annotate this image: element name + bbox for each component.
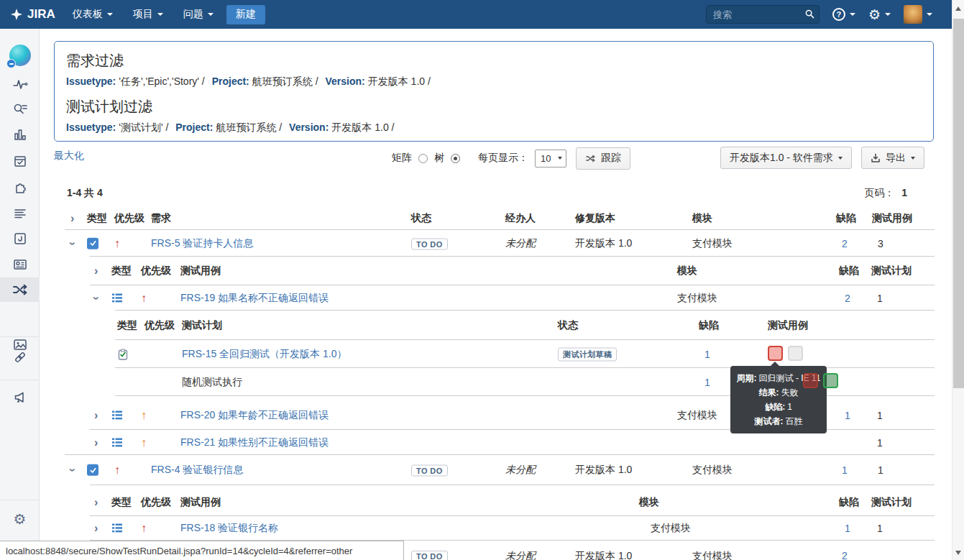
collapse-chevron[interactable]: › xyxy=(70,237,74,250)
defect-count-link[interactable]: 1 xyxy=(704,377,710,388)
search-input[interactable] xyxy=(706,5,820,24)
jira-logo-text: JIRA xyxy=(27,7,55,22)
testrun-failed-square[interactable] xyxy=(803,373,818,388)
version-value: 开发版本 1.0 / xyxy=(368,75,431,87)
sidebar-item-board[interactable] xyxy=(0,226,40,251)
bar-chart-icon xyxy=(12,127,28,143)
track-button[interactable]: 跟踪 xyxy=(576,147,630,170)
priority-highest-icon: ↑ xyxy=(114,237,120,250)
sidebar-item-settings[interactable]: ⚙ xyxy=(0,507,40,531)
testplan-filter-title: 测试计划过滤 xyxy=(66,97,922,116)
sidebar-item-addons[interactable] xyxy=(0,175,40,200)
testcase-row-frs19: › ↑ FRS-19 如果名称不正确返回错误 支付模块 2 1 xyxy=(54,285,935,311)
issue-link-frs21[interactable]: FRS-21 如果性别不正确返回错误 xyxy=(180,436,329,449)
filter-panel: 需求过滤 Issuetype:'任务','Epic','Story' / Pro… xyxy=(54,41,934,142)
col-testplans: 测试计划 xyxy=(871,496,912,509)
help-icon: ? xyxy=(832,8,845,21)
sidebar-item-reports[interactable] xyxy=(0,123,40,147)
scroll-down-arrow-icon[interactable] xyxy=(955,551,961,555)
col-type: 类型 xyxy=(117,319,137,332)
col-testcase: 测试用例 xyxy=(180,496,221,509)
user-menu[interactable] xyxy=(904,5,932,24)
expand-all-chevron[interactable]: › xyxy=(94,496,98,509)
vertical-scrollbar[interactable] xyxy=(952,0,964,560)
admin-menu[interactable]: ⚙ xyxy=(868,8,891,22)
col-testcases: 测试用例 xyxy=(872,212,912,225)
nav-projects-label: 项目 xyxy=(133,8,153,21)
status-lozenge: TO DO xyxy=(411,551,448,560)
sidebar-item-activity[interactable] xyxy=(0,72,40,96)
testrun-passed-square[interactable] xyxy=(823,373,838,388)
expand-all-chevron[interactable]: › xyxy=(70,212,74,225)
sidebar-item-issue-search[interactable] xyxy=(0,97,40,121)
scrollbar-thumb[interactable] xyxy=(953,19,964,388)
avatar xyxy=(904,5,922,24)
module-cell: 支付模块 xyxy=(692,464,733,477)
issue-link-frs19[interactable]: FRS-19 如果名称不正确返回错误 xyxy=(180,292,329,305)
chevron-down-icon xyxy=(911,157,915,160)
col-defects: 缺陷 xyxy=(836,212,856,225)
testplan-count: 1 xyxy=(877,293,883,304)
issue-link-frs20[interactable]: FRS-20 如果年龄不正确返回错误 xyxy=(180,409,329,422)
sidebar-item-links[interactable] xyxy=(0,345,40,369)
jira-logo[interactable]: JIRA xyxy=(10,7,55,22)
export-dropdown[interactable]: 导出 xyxy=(861,147,924,169)
nav-issues[interactable]: 问题 xyxy=(183,8,214,21)
issue-link-frs15[interactable]: FRS-15 全回归测试（开发版本 1.0） xyxy=(182,348,346,361)
tree-radio[interactable] xyxy=(451,154,460,163)
col-module: 模块 xyxy=(692,212,712,225)
defect-count-link[interactable]: 1 xyxy=(704,349,710,360)
expand-chevron[interactable]: › xyxy=(94,409,98,422)
fix-version-cell: 开发版本 1.0 xyxy=(575,237,632,250)
sidebar-item-announcements[interactable] xyxy=(0,385,40,410)
create-button[interactable]: 新建 xyxy=(226,5,265,24)
version-report-dropdown[interactable]: 开发版本1.0 - 软件需求 xyxy=(720,147,852,169)
expand-chevron[interactable]: › xyxy=(94,436,98,449)
priority-highest-icon: ↑ xyxy=(141,522,147,535)
collapse-chevron[interactable]: › xyxy=(94,292,98,305)
defect-count-link[interactable]: 1 xyxy=(842,464,848,476)
sidebar-item-pages[interactable] xyxy=(0,252,40,277)
testplan-count: 1 xyxy=(877,410,883,421)
help-menu[interactable]: ? xyxy=(832,8,855,21)
testrun-failed-square[interactable] xyxy=(768,346,783,361)
defect-count-link[interactable]: 2 xyxy=(842,238,848,249)
view-controls: 矩阵 树 每页显示： 10 跟踪 xyxy=(392,147,630,170)
tooltip-cycle-label: 周期: xyxy=(737,373,757,383)
matrix-radio[interactable] xyxy=(418,154,428,163)
sidebar-item-backlog[interactable] xyxy=(0,201,40,226)
defect-count-link[interactable]: 2 xyxy=(842,550,848,560)
link-icon xyxy=(12,349,28,365)
jira-traceability-page: JIRA 仪表板 项目 问题 新建 ? ⚙ xyxy=(0,0,964,560)
sidebar-item-traceability[interactable] xyxy=(0,277,40,302)
scroll-up-arrow-icon[interactable] xyxy=(955,6,961,11)
nav-projects[interactable]: 项目 xyxy=(133,8,163,21)
assignee-cell: 未分配 xyxy=(505,550,536,560)
contact-card-icon xyxy=(12,257,28,272)
sidebar-item-releases[interactable] xyxy=(0,149,40,173)
sidebar-project-avatar[interactable] xyxy=(0,40,40,70)
issue-link-frs5[interactable]: FRS-5 验证持卡人信息 xyxy=(151,237,253,250)
issue-link-frs18[interactable]: FRS-18 验证银行名称 xyxy=(180,522,278,535)
nav-dashboards[interactable]: 仪表板 xyxy=(73,8,113,21)
task-type-icon xyxy=(87,464,98,477)
expand-chevron[interactable]: › xyxy=(94,522,98,535)
defect-count-link[interactable]: 1 xyxy=(845,410,850,421)
issue-link-frs4[interactable]: FRS-4 验证银行信息 xyxy=(151,464,243,477)
issuetype-label: Issuetype: xyxy=(66,75,116,87)
matrix-label: 矩阵 xyxy=(392,152,412,165)
status-lozenge: TO DO xyxy=(411,465,448,477)
collapse-chevron[interactable]: › xyxy=(70,464,74,477)
megaphone-icon xyxy=(12,390,28,405)
maximize-link[interactable]: 最大化 xyxy=(54,150,84,162)
requirement-row-frs4: › ↑ FRS-4 验证银行信息 TO DO 未分配 开发版本 1.0 支付模块… xyxy=(54,455,935,485)
col-type: 类型 xyxy=(87,212,107,225)
defect-count-link[interactable]: 1 xyxy=(845,523,850,534)
defect-count-link[interactable]: 2 xyxy=(845,293,850,304)
testcase-type-icon xyxy=(111,293,123,304)
per-page-select[interactable]: 10 xyxy=(535,150,566,167)
expand-all-chevron[interactable]: › xyxy=(94,265,98,277)
testrun-empty-square[interactable] xyxy=(788,346,803,361)
testcase-type-icon xyxy=(111,523,123,534)
tooltip-tester-label: 测试者: xyxy=(755,416,784,426)
